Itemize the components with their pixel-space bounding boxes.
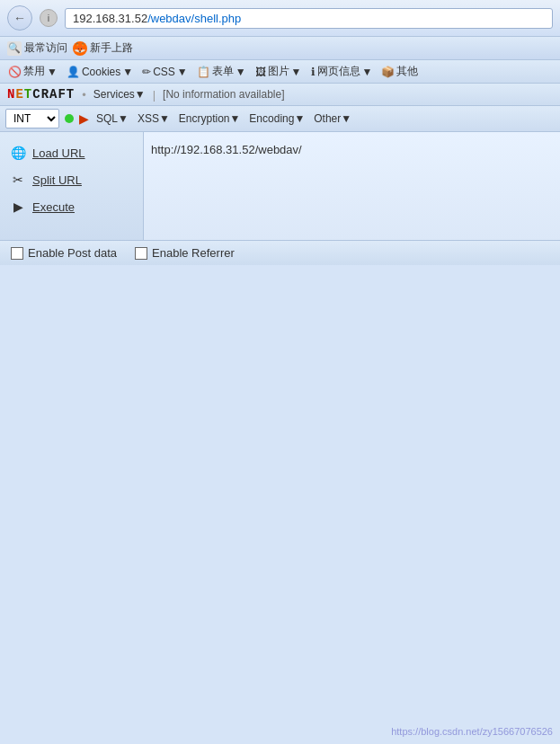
enable-post-item[interactable]: Enable Post data [11,246,117,260]
other-label: 其他 [396,64,418,79]
netcraft-logo: NETCRAFT [7,87,75,102]
cookies-btn[interactable]: 👤 Cookies ▼ [64,65,136,79]
encoding-button[interactable]: Encoding▼ [247,111,307,126]
cookies-label: Cookies [82,66,120,78]
netcraft-sep: | [153,88,156,102]
xss-button[interactable]: XSS▼ [136,111,172,126]
bookmark-newbie-label: 新手上路 [90,40,133,56]
disable-label: 禁用 [23,64,45,79]
load-url-icon: 🌐 [9,144,27,162]
red-dot: ▶ [79,111,89,126]
split-url-icon: ✂ [9,171,27,189]
enable-referrer-checkbox[interactable] [135,247,147,260]
encryption-label: Encryption▼ [179,112,241,125]
execute-label: Execute [32,200,75,214]
bookmark-recent[interactable]: 🔍 最常访问 [7,40,67,56]
watermark: https://blog.csdn.net/zy15667076526 [391,726,553,737]
other-icon: 📦 [381,66,395,78]
images-icon: 🖼 [255,66,266,78]
cookies-arrow: ▼ [122,66,133,78]
pageinfo-icon: ℹ [311,66,316,78]
bookmarks-bar: 🔍 最常访问 🦊 新手上路 [0,37,560,60]
sql-button[interactable]: SQL▼ [94,111,130,126]
load-url-item[interactable]: 🌐 Load URL [0,139,143,166]
firefox-icon: 🦊 [73,41,87,56]
address-suffix: /webdav/shell.php [147,12,241,25]
css-arrow: ▼ [177,66,188,78]
address-bar[interactable]: 192.168.31.52/webdav/shell.php [65,8,553,29]
images-label: 图片 [268,64,289,79]
forms-arrow: ▼ [236,66,246,78]
css-btn[interactable]: ✏ CSS ▼ [139,65,191,79]
images-arrow: ▼ [291,66,302,78]
enable-post-checkbox[interactable] [11,247,23,260]
encoding-label: Encoding▼ [249,112,305,125]
cookies-icon: 👤 [67,66,80,78]
disable-arrow: ▼ [47,66,58,78]
forms-icon: 📋 [197,66,210,78]
other-tool-label: Other▼ [314,112,351,125]
load-url-label: Load URL [32,146,85,160]
address-prefix: 192.168.31.52 [73,12,147,25]
green-dot [65,114,74,123]
services-label: Services▼ [93,88,146,101]
css-icon: ✏ [142,66,151,78]
url-display: http://192.168.31.52/webdav/ [151,139,553,160]
pageinfo-label: 网页信息 [317,64,360,79]
css-label: CSS [153,66,175,78]
split-url-label: Split URL [32,173,82,187]
enable-post-label: Enable Post data [28,246,117,260]
browser-chrome: ← i 192.168.31.52/webdav/shell.php [0,0,560,37]
netcraft-bar: NETCRAFT • Services▼ | [No information a… [0,84,560,106]
bookmark-newbie[interactable]: 🦊 新手上路 [73,40,133,56]
content-area: http://192.168.31.52/webdav/ [144,132,560,240]
pageinfo-btn[interactable]: ℹ 网页信息 ▼ [308,63,376,80]
disable-icon: 🚫 [8,66,22,78]
services-button[interactable]: Services▼ [93,88,146,101]
int-select[interactable]: INT [5,109,59,128]
other-btn[interactable]: 📦 其他 [378,63,421,80]
back-button[interactable]: ← [7,5,32,31]
xss-label: XSS▼ [138,112,170,125]
pageinfo-arrow: ▼ [362,66,373,78]
search-icon: 🔍 [7,41,22,56]
execute-item[interactable]: ▶ Execute [0,193,143,220]
encryption-button[interactable]: Encryption▼ [177,111,243,126]
sidebar: 🌐 Load URL ✂ Split URL ▶ Execute [0,132,144,240]
main-content: 🌐 Load URL ✂ Split URL ▶ Execute http://… [0,132,560,240]
enable-referrer-item[interactable]: Enable Referrer [135,246,235,260]
bottom-bar: Enable Post data Enable Referrer [0,240,560,265]
images-btn[interactable]: 🖼 图片 ▼ [253,63,305,80]
disable-btn[interactable]: 🚫 禁用 ▼ [5,63,60,80]
other-tool-button[interactable]: Other▼ [312,111,353,126]
execute-icon: ▶ [9,198,27,216]
tools-bar: INT ▶ SQL▼ XSS▼ Encryption▼ Encoding▼ Ot… [0,106,560,132]
netcraft-bullet: • [82,88,86,102]
forms-label: 表单 [212,64,234,79]
forms-btn[interactable]: 📋 表单 ▼ [194,63,249,80]
enable-referrer-label: Enable Referrer [152,246,235,260]
sql-label: SQL▼ [96,112,129,125]
netcraft-info: [No information available] [163,88,284,101]
toolbar-bar-1: 🚫 禁用 ▼ 👤 Cookies ▼ ✏ CSS ▼ 📋 表单 ▼ 🖼 图片 ▼… [0,60,560,84]
split-url-item[interactable]: ✂ Split URL [0,166,143,193]
info-button[interactable]: i [40,9,58,27]
bookmark-recent-label: 最常访问 [24,40,67,56]
